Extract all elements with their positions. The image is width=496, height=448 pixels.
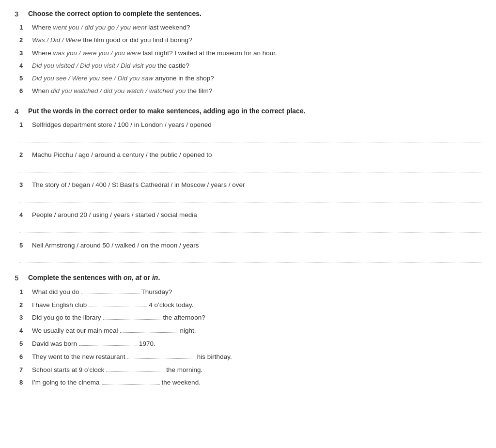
section-4-title: Put the words in the correct order to ma…	[28, 107, 306, 115]
fill-blank-dots	[127, 352, 195, 359]
answer-line	[19, 194, 481, 202]
answer-line	[19, 134, 481, 142]
question-num: 6	[19, 86, 29, 96]
question-num: 8	[19, 378, 29, 388]
question-text-after: night.	[180, 325, 196, 336]
question-text-after: 1970.	[139, 339, 155, 349]
question-text: When did you watched / did you watch / w…	[32, 86, 212, 96]
question-num: 2	[19, 300, 29, 310]
answer-line	[19, 224, 481, 233]
question-text-after: the weekend.	[162, 377, 201, 388]
list-item: 4 We usually eat our main meal night.	[19, 325, 481, 336]
section-5-header: 5 Complete the sentences with on, at or …	[15, 274, 481, 282]
section-5-number: 5	[15, 274, 25, 282]
list-item: 4 People / around 20 / using / years / s…	[19, 210, 481, 232]
list-item: 5 David was born 1970.	[19, 339, 481, 349]
question-num: 4	[19, 210, 29, 220]
section-3-title: Choose the correct option to complete th…	[28, 10, 202, 17]
question-num: 3	[19, 180, 29, 190]
question-num: 6	[19, 352, 29, 362]
question-num: 5	[19, 241, 29, 250]
section-4-number: 4	[15, 107, 25, 115]
section-3-number: 3	[15, 10, 25, 18]
question-text: Where went you / did you go / you went l…	[32, 23, 190, 32]
question-num: 3	[19, 48, 29, 58]
question-text: I have English club	[32, 300, 87, 310]
fill-blank-dots	[106, 365, 164, 372]
section-3-header: 3 Choose the correct option to complete …	[15, 10, 481, 18]
list-item: 3 Did you go to the library the afternoo…	[19, 312, 481, 323]
list-item: 5 Neil Armstrong / around 50 / walked / …	[19, 241, 481, 263]
question-text: They went to the new restaurant	[32, 352, 125, 362]
fill-blank-dots	[81, 287, 140, 294]
question-text: I’m going to the cinema	[32, 377, 100, 388]
list-item: 1 Where went you / did you go / you went…	[19, 23, 481, 32]
list-item: 6 They went to the new restaurant his bi…	[19, 352, 481, 362]
list-item: 3 Where was you / were you / you were la…	[19, 48, 481, 58]
list-item: 3 The story of / began / 400 / St Basil’…	[19, 180, 481, 202]
question-text-after: the afternoon?	[163, 312, 205, 323]
answer-line	[19, 164, 481, 172]
list-item: 1 What did you do Thursday?	[19, 287, 481, 297]
question-num: 5	[19, 339, 29, 349]
question-text-after: the morning.	[166, 365, 202, 375]
question-num: 2	[19, 35, 29, 45]
question-text: Selfridges department store / 100 / in L…	[32, 120, 212, 130]
list-item: 7 School starts at 9 o’clock the morning…	[19, 365, 481, 375]
question-text: The story of / began / 400 / St Basil’s …	[32, 180, 245, 190]
answer-line	[19, 254, 481, 263]
section-4-header: 4 Put the words in the correct order to …	[15, 107, 481, 115]
question-text: What did you do	[32, 287, 79, 297]
fill-blank-dots	[89, 300, 147, 307]
question-text-after: 4 o’clock today.	[149, 300, 193, 310]
question-text-after: Thursday?	[141, 287, 172, 297]
question-text: David was born	[32, 339, 77, 349]
fill-blank-dots	[79, 339, 137, 346]
question-text: Where was you / were you / you were last…	[32, 48, 277, 58]
question-text: We usually eat our main meal	[32, 325, 118, 336]
question-text: Did you see / Were you see / Did you saw…	[32, 74, 214, 83]
list-item: 6 When did you watched / did you watch /…	[19, 86, 481, 96]
section-4: 4 Put the words in the correct order to …	[15, 107, 481, 263]
section-3: 3 Choose the correct option to complete …	[15, 10, 481, 96]
question-num: 4	[19, 326, 29, 336]
question-text: Did you visited / Did you visit / Did vi…	[32, 61, 189, 71]
fill-blank-dots	[103, 313, 161, 320]
fill-blank-dots	[120, 326, 178, 333]
question-num: 3	[19, 313, 29, 323]
question-text: Did you go to the library	[32, 312, 101, 323]
list-item: 2 I have English club 4 o’clock today.	[19, 300, 481, 310]
section-5-title: Complete the sentences with on, at or in…	[28, 274, 160, 281]
question-text: Machu Picchu / ago / around a century / …	[32, 150, 212, 160]
question-text-after: his birthday.	[197, 352, 232, 362]
list-item: 2 Machu Picchu / ago / around a century …	[19, 150, 481, 172]
question-num: 2	[19, 150, 29, 160]
question-num: 1	[19, 120, 29, 130]
list-item: 4 Did you visited / Did you visit / Did …	[19, 61, 481, 71]
list-item: 8 I’m going to the cinema the weekend.	[19, 377, 481, 388]
question-num: 4	[19, 61, 29, 71]
question-num: 5	[19, 74, 29, 83]
list-item: 2 Was / Did / Were the film good or did …	[19, 35, 481, 45]
question-num: 7	[19, 365, 29, 375]
question-text: People / around 20 / using / years / sta…	[32, 210, 197, 220]
question-text: Neil Armstrong / around 50 / walked / on…	[32, 241, 199, 250]
list-item: 1 Selfridges department store / 100 / in…	[19, 120, 481, 142]
section-5: 5 Complete the sentences with on, at or …	[15, 274, 481, 388]
question-num: 1	[19, 23, 29, 32]
section-3-questions: 1 Where went you / did you go / you went…	[15, 23, 481, 96]
question-num: 1	[19, 287, 29, 297]
list-item: 5 Did you see / Were you see / Did you s…	[19, 74, 481, 83]
question-text: School starts at 9 o’clock	[32, 365, 104, 375]
fill-blank-dots	[102, 378, 160, 385]
question-text: Was / Did / Were the film good or did yo…	[32, 35, 192, 45]
